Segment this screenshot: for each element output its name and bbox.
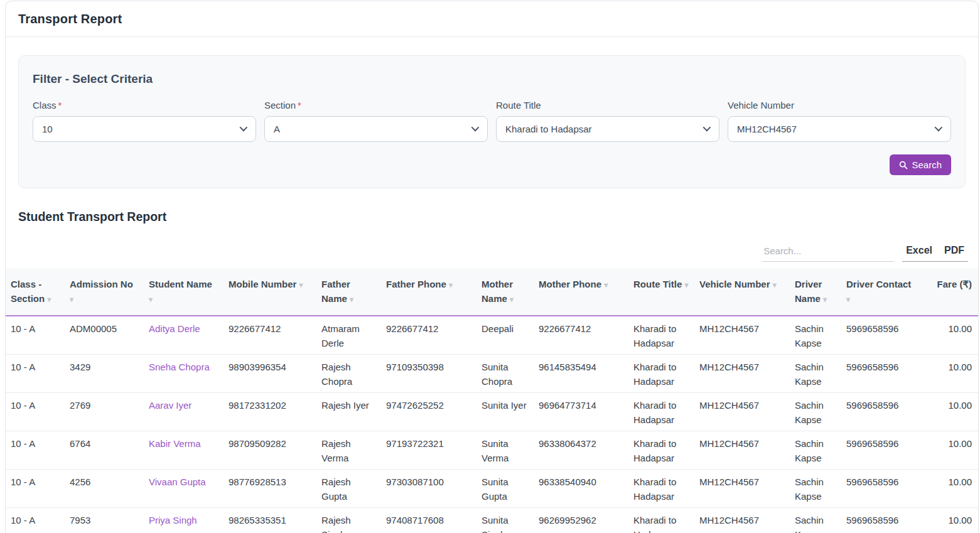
column-label: Admission No [70,279,133,289]
cell-admission_no: ADM00005 [65,316,144,355]
cell-father_name: Rajesh Gupta [316,470,381,508]
field-label: Section* [264,100,488,110]
filter-field-section: Section*A [264,100,488,142]
cell-admission_no: 4256 [65,470,144,508]
column-header-vehicle_number[interactable]: Vehicle Number ▾ [694,268,790,316]
report-toolbar: Excel PDF [18,242,968,262]
cell-class_section: 10 - A [6,393,65,431]
column-header-driver_contact[interactable]: Driver Contact ▾ [841,268,917,316]
select-value: 10 [42,124,53,134]
route-title-select[interactable]: Kharadi to Hadapsar [496,116,719,142]
column-header-father_phone[interactable]: Father Phone ▾ [381,268,477,316]
student-name-link[interactable]: Vivaan Gupta [149,476,206,487]
student-name-link[interactable]: Sneha Chopra [149,362,210,372]
column-header-mother_name[interactable]: Mother Name ▾ [477,268,534,316]
column-header-admission_no[interactable]: Admission No ▾ [65,268,144,316]
cell-vehicle_number: MH12CH4567 [694,508,790,533]
cell-vehicle_number: MH12CH4567 [694,470,790,508]
select-value: A [274,124,280,134]
column-header-student_name[interactable]: Student Name ▾ [144,268,223,316]
cell-mother_name: Deepali [477,316,534,355]
cell-mother_phone: 96964773714 [534,393,628,431]
field-label: Route Title [496,100,719,110]
cell-father_name: Rajesh Chopra [316,355,381,393]
cell-student_name: Vivaan Gupta [144,470,223,508]
cell-mother_name: Sunita Gupta [477,470,534,508]
column-header-father_name[interactable]: Father Name ▾ [316,268,381,316]
chevron-down-icon [935,123,943,131]
cell-father_name: Rajesh Iyer [316,393,381,431]
column-header-fare[interactable]: Fare (₹) [917,268,978,316]
sort-down-icon: ▾ [449,281,453,289]
page-title: Transport Report [18,12,122,26]
student-name-link[interactable]: Kabir Verma [149,438,201,449]
cell-mother_name: Sunita Iyer [477,393,534,431]
cell-driver_name: Sachin Kapse [790,393,841,431]
cell-admission_no: 7953 [65,508,144,533]
cell-father_phone: 97109350398 [381,355,477,393]
cell-mother_phone: 96269952962 [534,508,628,533]
excel-export-button[interactable]: Excel [906,245,932,256]
cell-vehicle_number: MH12CH4567 [694,431,790,470]
cell-route_title: Kharadi to Hadapsar [628,316,694,355]
cell-admission_no: 2769 [65,393,144,431]
export-group: Excel PDF [902,242,968,262]
cell-father_phone: 97408717608 [381,508,477,533]
filter-field-vehicle-number: Vehicle NumberMH12CH4567 [728,100,951,142]
cell-fare: 10.00 [917,508,978,533]
section-select[interactable]: A [264,116,488,142]
pdf-export-button[interactable]: PDF [944,245,964,256]
cell-mobile_number: 9226677412 [223,316,316,355]
column-header-mother_phone[interactable]: Mother Phone ▾ [534,268,628,316]
sort-down-icon: ▾ [350,295,353,304]
column-label: Driver Contact [846,279,911,289]
table-search-input[interactable] [762,242,894,262]
student-name-link[interactable]: Aditya Derle [149,323,200,334]
filter-actions: Search [33,154,951,175]
vehicle-number-select[interactable]: MH12CH4567 [728,116,951,142]
report-table: Class - Section ▾Admission No ▾Student N… [6,268,978,533]
cell-mother_phone: 96338540940 [534,470,628,508]
cell-fare: 10.00 [917,431,978,470]
class-select[interactable]: 10 [33,116,256,142]
student-name-link[interactable]: Aarav Iyer [149,400,191,411]
cell-father_phone: 97193722321 [381,431,477,470]
cell-mother_phone: 96338064372 [534,431,628,470]
column-label: Driver Name [795,279,822,304]
cell-fare: 10.00 [917,355,978,393]
sort-down-icon: ▾ [773,281,777,289]
cell-fare: 10.00 [917,393,978,431]
field-label: Vehicle Number [728,100,951,110]
student-name-link[interactable]: Priya Singh [149,515,197,525]
cell-driver_name: Sachin Kapse [790,355,841,393]
cell-driver_contact: 5969658596 [841,431,917,470]
cell-father_name: Rajesh Verma [316,431,381,470]
search-button[interactable]: Search [890,154,951,175]
cell-student_name: Aditya Derle [144,316,223,355]
cell-student_name: Priya Singh [144,508,223,533]
cell-driver_name: Sachin Kapse [790,316,841,355]
cell-route_title: Kharadi to Hadapsar [628,393,694,431]
column-header-class_section[interactable]: Class - Section ▾ [6,268,65,316]
column-header-driver_name[interactable]: Driver Name ▾ [790,268,841,316]
sort-down-icon: ▾ [604,281,608,289]
table-row: 10 - A3429Sneha Chopra98903996354Rajesh … [6,355,978,393]
field-label-text: Vehicle Number [728,100,794,110]
cell-vehicle_number: MH12CH4567 [694,316,790,355]
filter-fields: Class*10Section*ARoute TitleKharadi to H… [33,100,951,142]
cell-mother_name: Sunita Singh [477,508,534,533]
column-header-mobile_number[interactable]: Mobile Number ▾ [223,268,316,316]
cell-class_section: 10 - A [6,355,65,393]
cell-admission_no: 6764 [65,431,144,470]
column-header-route_title[interactable]: Route Title ▾ [628,268,694,316]
field-label: Class* [33,100,256,110]
cell-driver_contact: 5969658596 [841,470,917,508]
column-label: Student Name [149,279,212,289]
filter-field-class: Class*10 [33,100,256,142]
column-label: Father Phone [386,279,446,289]
chevron-down-icon [703,123,711,131]
column-label: Fare (₹) [937,279,972,289]
required-asterisk: * [58,100,62,110]
sort-down-icon: ▾ [684,281,688,289]
cell-mobile_number: 98709509282 [223,431,316,470]
